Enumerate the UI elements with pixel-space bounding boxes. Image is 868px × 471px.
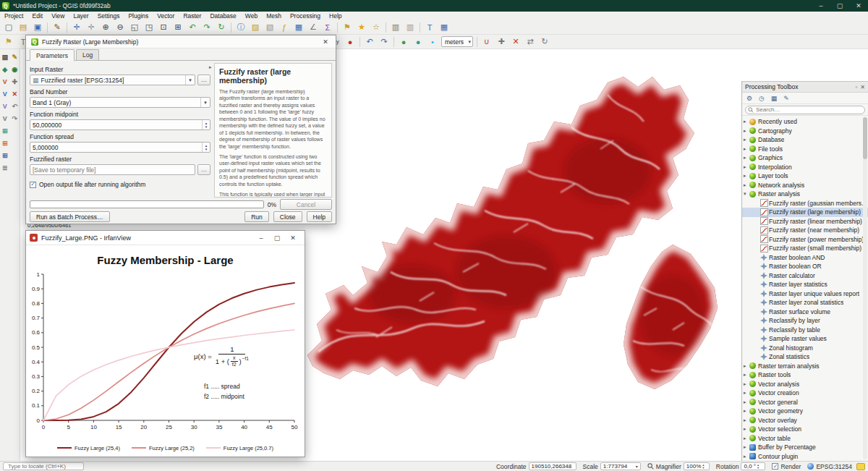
undo-edit-icon[interactable]: ↶ bbox=[10, 101, 20, 111]
tree-chevron-icon[interactable]: ▸ bbox=[744, 173, 749, 179]
iv-maximize-icon[interactable]: ▢ bbox=[269, 232, 285, 244]
close-icon[interactable]: ✕ bbox=[849, 0, 868, 12]
run-button[interactable]: Run bbox=[244, 211, 269, 222]
toolbox-item-sample-raster-values[interactable]: Sample raster values bbox=[742, 334, 868, 344]
toolbox-item-zonal-statistics[interactable]: Zonal statistics bbox=[742, 352, 868, 362]
node-dot-icon[interactable]: • bbox=[426, 35, 440, 48]
menu-plugins[interactable]: Plugins bbox=[124, 12, 153, 20]
toolbox-item-reclassify-by-layer[interactable]: Reclassify by layer bbox=[742, 316, 868, 326]
toolbox-item-fuzzify-raster-small-membership-[interactable]: Fuzzify raster (small membership) bbox=[742, 244, 868, 253]
pan-to-selection-icon[interactable]: ✛ bbox=[85, 21, 98, 33]
toolbox-item-vector-general[interactable]: ▸Vector general bbox=[742, 398, 868, 407]
toolbox-item-raster-layer-unique-values-report[interactable]: Raster layer unique values report bbox=[742, 289, 868, 299]
scrollbar-thumb[interactable] bbox=[863, 117, 867, 159]
select-features-icon[interactable]: ▨ bbox=[249, 21, 263, 33]
tree-chevron-icon[interactable]: ▾ bbox=[744, 191, 749, 197]
close-button[interactable]: Close bbox=[273, 211, 302, 222]
toolbox-item-raster-terrain-analysis[interactable]: ▸Raster terrain analysis bbox=[742, 362, 868, 371]
units-combobox[interactable]: meters▾ bbox=[441, 36, 473, 47]
input-raster-browse-button[interactable]: … bbox=[197, 75, 210, 85]
new-geopackage-layer-icon[interactable]: ◈ bbox=[0, 64, 9, 75]
dialog-close-icon[interactable]: ✕ bbox=[318, 37, 333, 47]
toolbox-item-network-analysis[interactable]: ▸Network analysis bbox=[742, 181, 868, 190]
add-wms-layer-icon[interactable]: ⊞ bbox=[0, 125, 9, 136]
output-browse-button[interactable]: … bbox=[197, 164, 210, 175]
vertex-tool-icon[interactable]: ✚ bbox=[10, 76, 20, 87]
input-raster-dropdown-icon[interactable]: ▾ bbox=[185, 75, 195, 85]
midpoint-spinbox[interactable]: 50,000000 ▴▾ bbox=[30, 119, 210, 130]
text-annotation-icon[interactable]: T bbox=[423, 21, 437, 33]
toolbox-item-raster-boolean-and[interactable]: Raster boolean AND bbox=[742, 253, 868, 263]
cancel-button[interactable]: Cancel bbox=[280, 199, 332, 210]
menu-settings[interactable]: Settings bbox=[93, 12, 124, 20]
coordinate-value[interactable]: 190510,266348 bbox=[529, 462, 576, 470]
show-bookmarks-icon[interactable]: ☆ bbox=[370, 21, 383, 33]
plugin-bug-icon[interactable]: ● bbox=[344, 35, 357, 48]
output-file-input[interactable]: [Save to temporary file] bbox=[30, 164, 195, 175]
zoom-full-icon[interactable]: ◳ bbox=[142, 21, 156, 33]
tree-chevron-icon[interactable]: ▸ bbox=[744, 381, 749, 387]
toolbox-item-graphics[interactable]: ▸Graphics bbox=[742, 153, 868, 163]
toolbox-item-database[interactable]: ▸Database bbox=[742, 135, 868, 145]
add-delimited-text-icon[interactable]: ≣ bbox=[0, 162, 9, 173]
run-as-batch-button[interactable]: Run as Batch Process… bbox=[30, 211, 110, 222]
scale-combobox[interactable]: 1:773794▾ bbox=[600, 462, 641, 470]
tree-chevron-icon[interactable]: ▸ bbox=[744, 128, 749, 134]
panel-float-icon[interactable]: ▫ bbox=[855, 84, 857, 90]
toolbox-item-vector-overlay[interactable]: ▸Vector overlay bbox=[742, 416, 868, 425]
toolbox-wrench-icon[interactable]: ⚙ bbox=[744, 93, 754, 103]
toolbox-item-raster-calculator[interactable]: Raster calculator bbox=[742, 271, 868, 281]
new-project-icon[interactable]: ▢ bbox=[2, 21, 16, 33]
irfanview-titlebar[interactable]: Fuzzify_Large.PNG - IrfanView – ▢ ✕ bbox=[26, 231, 305, 245]
band-combobox[interactable]: Band 1 (Gray) ▾ bbox=[30, 97, 210, 108]
locate-input[interactable] bbox=[6, 463, 88, 470]
add-vertex-icon[interactable]: ✚ bbox=[495, 35, 509, 48]
toolbox-item-fuzzify-raster-linear-membership-[interactable]: Fuzzify raster (linear membership) bbox=[742, 217, 868, 226]
menu-vector[interactable]: Vector bbox=[153, 12, 179, 20]
toolbox-item-vector-analysis[interactable]: ▸Vector analysis bbox=[742, 380, 868, 389]
toolbox-item-vector-selection[interactable]: ▸Vector selection bbox=[742, 425, 868, 434]
rotation-value[interactable]: 0,0 °▴▾ bbox=[741, 462, 765, 470]
toolbox-history-icon[interactable]: ◷ bbox=[757, 93, 767, 103]
tree-chevron-icon[interactable]: ▸ bbox=[744, 146, 749, 152]
tree-chevron-icon[interactable]: ▸ bbox=[744, 119, 749, 124]
deselect-features-icon[interactable]: ▧ bbox=[263, 21, 277, 33]
statistical-summary-icon[interactable]: Σ bbox=[321, 21, 335, 33]
tree-chevron-icon[interactable]: ▸ bbox=[744, 417, 749, 423]
zoom-to-selection-icon[interactable]: ⊡ bbox=[157, 21, 171, 33]
tree-chevron-icon[interactable]: ▸ bbox=[744, 390, 749, 396]
toolbox-scripts-icon[interactable]: ✎ bbox=[781, 93, 791, 103]
input-raster-combobox[interactable]: ▦ Fuzzified raster [EPSG:31254] ▾ bbox=[30, 75, 195, 85]
add-wfs-layer-icon[interactable]: ⊞ bbox=[0, 150, 9, 161]
pin-labels-icon[interactable]: ⚑ bbox=[2, 35, 16, 48]
tree-chevron-icon[interactable]: ▸ bbox=[744, 436, 749, 441]
toolbox-item-raster-layer-zonal-statistics[interactable]: Raster layer zonal statistics bbox=[742, 298, 868, 307]
move-feature-icon[interactable]: ⇄ bbox=[524, 35, 537, 48]
open-output-checkbox[interactable]: ✓ bbox=[30, 182, 36, 188]
menu-view[interactable]: View bbox=[47, 12, 69, 20]
help-button[interactable]: Help bbox=[307, 211, 332, 222]
toolbox-item-file-tools[interactable]: ▸File tools bbox=[742, 145, 868, 154]
toolbox-item-vector-table[interactable]: ▸Vector table bbox=[742, 434, 868, 444]
undo-icon[interactable]: ↶ bbox=[363, 35, 377, 48]
digitize-stream-icon[interactable]: ● bbox=[397, 35, 411, 48]
toolbox-item-layer-tools[interactable]: ▸Layer tools bbox=[742, 171, 868, 181]
units-dropdown-icon[interactable]: ▾ bbox=[465, 39, 471, 45]
redo-edit-icon[interactable]: ↷ bbox=[10, 113, 20, 124]
pan-map-icon[interactable]: ✛ bbox=[70, 21, 84, 33]
maximize-icon[interactable]: ▢ bbox=[830, 0, 849, 12]
zoom-out-icon[interactable]: ⊖ bbox=[114, 21, 127, 33]
help-collapse-icon[interactable]: ▸ bbox=[209, 64, 212, 70]
menu-edit[interactable]: Edit bbox=[27, 12, 47, 20]
toolbox-models-icon[interactable]: ▦ bbox=[769, 93, 779, 103]
dialog-titlebar[interactable]: Q Fuzzify Raster (Large Membership) ✕ bbox=[26, 35, 336, 48]
tab-log[interactable]: Log bbox=[76, 49, 99, 60]
iv-minimize-icon[interactable]: – bbox=[253, 232, 269, 244]
midpoint-spinner-icons[interactable]: ▴▾ bbox=[202, 120, 210, 130]
zoom-to-layer-icon[interactable]: ⊞ bbox=[171, 21, 185, 33]
minimize-icon[interactable]: – bbox=[812, 0, 830, 12]
layout-manager-icon[interactable]: ▥ bbox=[404, 21, 417, 33]
identify-features-icon[interactable]: ⓘ bbox=[234, 21, 248, 33]
toolbox-item-fuzzify-raster-large-membership-[interactable]: Fuzzify raster (large membership) bbox=[742, 208, 868, 217]
tree-chevron-icon[interactable]: ▸ bbox=[744, 372, 749, 378]
